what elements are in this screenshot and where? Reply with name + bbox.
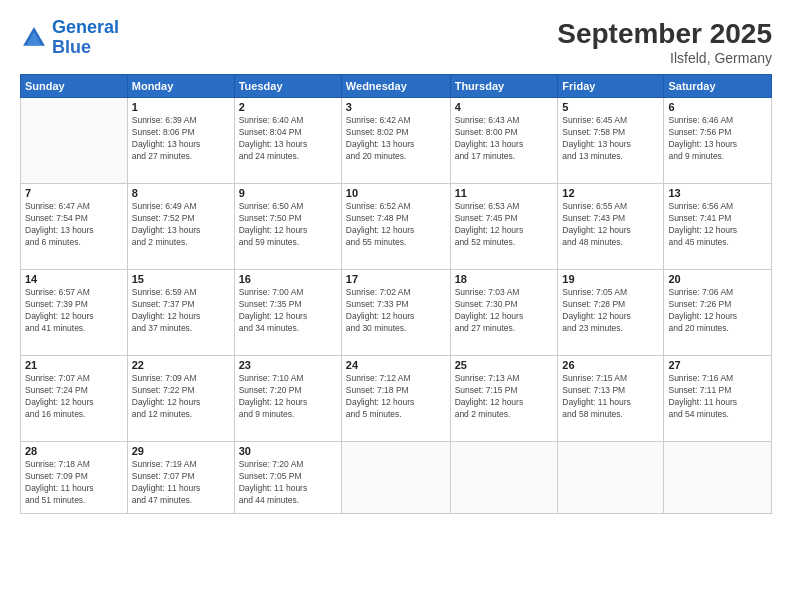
- day-info: Sunrise: 7:19 AMSunset: 7:07 PMDaylight:…: [132, 459, 230, 507]
- day-number: 6: [668, 101, 767, 113]
- day-info: Sunrise: 6:52 AMSunset: 7:48 PMDaylight:…: [346, 201, 446, 249]
- day-number: 2: [239, 101, 337, 113]
- day-info: Sunrise: 6:42 AMSunset: 8:02 PMDaylight:…: [346, 115, 446, 163]
- day-info: Sunrise: 7:20 AMSunset: 7:05 PMDaylight:…: [239, 459, 337, 507]
- col-monday: Monday: [127, 75, 234, 98]
- day-info: Sunrise: 6:55 AMSunset: 7:43 PMDaylight:…: [562, 201, 659, 249]
- day-info: Sunrise: 6:45 AMSunset: 7:58 PMDaylight:…: [562, 115, 659, 163]
- day-info: Sunrise: 6:39 AMSunset: 8:06 PMDaylight:…: [132, 115, 230, 163]
- logo-line2: Blue: [52, 37, 91, 57]
- day-info: Sunrise: 6:59 AMSunset: 7:37 PMDaylight:…: [132, 287, 230, 335]
- day-number: 5: [562, 101, 659, 113]
- day-info: Sunrise: 7:00 AMSunset: 7:35 PMDaylight:…: [239, 287, 337, 335]
- day-info: Sunrise: 7:07 AMSunset: 7:24 PMDaylight:…: [25, 373, 123, 421]
- table-row: 7Sunrise: 6:47 AMSunset: 7:54 PMDaylight…: [21, 184, 128, 270]
- day-number: 10: [346, 187, 446, 199]
- day-number: 8: [132, 187, 230, 199]
- col-saturday: Saturday: [664, 75, 772, 98]
- day-info: Sunrise: 6:53 AMSunset: 7:45 PMDaylight:…: [455, 201, 554, 249]
- day-number: 28: [25, 445, 123, 457]
- table-row: [558, 442, 664, 514]
- day-info: Sunrise: 6:46 AMSunset: 7:56 PMDaylight:…: [668, 115, 767, 163]
- col-wednesday: Wednesday: [341, 75, 450, 98]
- day-number: 4: [455, 101, 554, 113]
- header: General Blue September 2025 Ilsfeld, Ger…: [20, 18, 772, 66]
- col-thursday: Thursday: [450, 75, 558, 98]
- day-number: 7: [25, 187, 123, 199]
- day-number: 3: [346, 101, 446, 113]
- day-info: Sunrise: 7:02 AMSunset: 7:33 PMDaylight:…: [346, 287, 446, 335]
- col-sunday: Sunday: [21, 75, 128, 98]
- day-number: 30: [239, 445, 337, 457]
- day-number: 16: [239, 273, 337, 285]
- day-number: 1: [132, 101, 230, 113]
- day-number: 15: [132, 273, 230, 285]
- day-number: 23: [239, 359, 337, 371]
- table-row: 23Sunrise: 7:10 AMSunset: 7:20 PMDayligh…: [234, 356, 341, 442]
- day-info: Sunrise: 7:06 AMSunset: 7:26 PMDaylight:…: [668, 287, 767, 335]
- table-row: 13Sunrise: 6:56 AMSunset: 7:41 PMDayligh…: [664, 184, 772, 270]
- table-row: 16Sunrise: 7:00 AMSunset: 7:35 PMDayligh…: [234, 270, 341, 356]
- day-info: Sunrise: 7:10 AMSunset: 7:20 PMDaylight:…: [239, 373, 337, 421]
- table-row: 18Sunrise: 7:03 AMSunset: 7:30 PMDayligh…: [450, 270, 558, 356]
- day-info: Sunrise: 7:15 AMSunset: 7:13 PMDaylight:…: [562, 373, 659, 421]
- table-row: 8Sunrise: 6:49 AMSunset: 7:52 PMDaylight…: [127, 184, 234, 270]
- table-row: 22Sunrise: 7:09 AMSunset: 7:22 PMDayligh…: [127, 356, 234, 442]
- table-row: 24Sunrise: 7:12 AMSunset: 7:18 PMDayligh…: [341, 356, 450, 442]
- table-row: 27Sunrise: 7:16 AMSunset: 7:11 PMDayligh…: [664, 356, 772, 442]
- day-info: Sunrise: 6:40 AMSunset: 8:04 PMDaylight:…: [239, 115, 337, 163]
- table-row: [450, 442, 558, 514]
- day-number: 29: [132, 445, 230, 457]
- table-row: 28Sunrise: 7:18 AMSunset: 7:09 PMDayligh…: [21, 442, 128, 514]
- calendar-header-row: Sunday Monday Tuesday Wednesday Thursday…: [21, 75, 772, 98]
- table-row: 25Sunrise: 7:13 AMSunset: 7:15 PMDayligh…: [450, 356, 558, 442]
- table-row: 12Sunrise: 6:55 AMSunset: 7:43 PMDayligh…: [558, 184, 664, 270]
- table-row: 21Sunrise: 7:07 AMSunset: 7:24 PMDayligh…: [21, 356, 128, 442]
- day-number: 19: [562, 273, 659, 285]
- table-row: 4Sunrise: 6:43 AMSunset: 8:00 PMDaylight…: [450, 98, 558, 184]
- table-row: 26Sunrise: 7:15 AMSunset: 7:13 PMDayligh…: [558, 356, 664, 442]
- table-row: 15Sunrise: 6:59 AMSunset: 7:37 PMDayligh…: [127, 270, 234, 356]
- table-row: 14Sunrise: 6:57 AMSunset: 7:39 PMDayligh…: [21, 270, 128, 356]
- logo-icon: [20, 24, 48, 52]
- day-number: 24: [346, 359, 446, 371]
- table-row: 9Sunrise: 6:50 AMSunset: 7:50 PMDaylight…: [234, 184, 341, 270]
- day-number: 9: [239, 187, 337, 199]
- day-number: 17: [346, 273, 446, 285]
- logo: General Blue: [20, 18, 119, 58]
- day-info: Sunrise: 7:05 AMSunset: 7:28 PMDaylight:…: [562, 287, 659, 335]
- title-block: September 2025 Ilsfeld, Germany: [557, 18, 772, 66]
- day-number: 25: [455, 359, 554, 371]
- page: General Blue September 2025 Ilsfeld, Ger…: [0, 0, 792, 612]
- day-number: 27: [668, 359, 767, 371]
- day-number: 13: [668, 187, 767, 199]
- location: Ilsfeld, Germany: [557, 50, 772, 66]
- col-tuesday: Tuesday: [234, 75, 341, 98]
- logo-line1: General: [52, 17, 119, 37]
- day-info: Sunrise: 6:47 AMSunset: 7:54 PMDaylight:…: [25, 201, 123, 249]
- table-row: 11Sunrise: 6:53 AMSunset: 7:45 PMDayligh…: [450, 184, 558, 270]
- day-info: Sunrise: 6:49 AMSunset: 7:52 PMDaylight:…: [132, 201, 230, 249]
- day-info: Sunrise: 6:43 AMSunset: 8:00 PMDaylight:…: [455, 115, 554, 163]
- table-row: 10Sunrise: 6:52 AMSunset: 7:48 PMDayligh…: [341, 184, 450, 270]
- table-row: 30Sunrise: 7:20 AMSunset: 7:05 PMDayligh…: [234, 442, 341, 514]
- calendar-table: Sunday Monday Tuesday Wednesday Thursday…: [20, 74, 772, 514]
- day-number: 18: [455, 273, 554, 285]
- day-info: Sunrise: 7:03 AMSunset: 7:30 PMDaylight:…: [455, 287, 554, 335]
- day-info: Sunrise: 7:13 AMSunset: 7:15 PMDaylight:…: [455, 373, 554, 421]
- day-info: Sunrise: 6:57 AMSunset: 7:39 PMDaylight:…: [25, 287, 123, 335]
- day-info: Sunrise: 6:56 AMSunset: 7:41 PMDaylight:…: [668, 201, 767, 249]
- day-number: 21: [25, 359, 123, 371]
- day-number: 14: [25, 273, 123, 285]
- day-info: Sunrise: 7:09 AMSunset: 7:22 PMDaylight:…: [132, 373, 230, 421]
- day-number: 12: [562, 187, 659, 199]
- table-row: [341, 442, 450, 514]
- table-row: 5Sunrise: 6:45 AMSunset: 7:58 PMDaylight…: [558, 98, 664, 184]
- day-number: 11: [455, 187, 554, 199]
- table-row: 6Sunrise: 6:46 AMSunset: 7:56 PMDaylight…: [664, 98, 772, 184]
- table-row: [664, 442, 772, 514]
- table-row: 1Sunrise: 6:39 AMSunset: 8:06 PMDaylight…: [127, 98, 234, 184]
- day-info: Sunrise: 7:12 AMSunset: 7:18 PMDaylight:…: [346, 373, 446, 421]
- table-row: [21, 98, 128, 184]
- table-row: 17Sunrise: 7:02 AMSunset: 7:33 PMDayligh…: [341, 270, 450, 356]
